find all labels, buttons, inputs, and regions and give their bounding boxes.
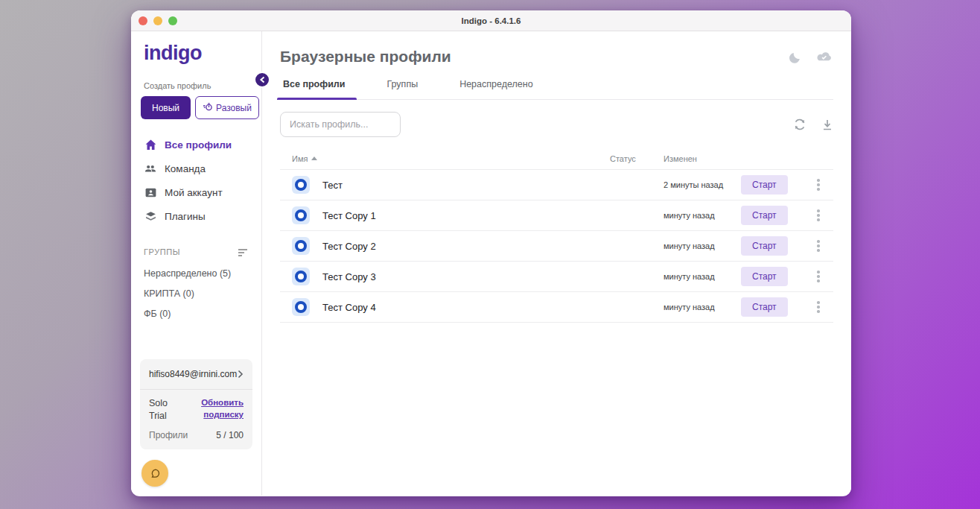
sidebar-nav: Все профили Команда Мой аккаунт xyxy=(131,133,261,228)
nav-label: Команда xyxy=(165,163,206,174)
start-profile-button[interactable]: Старт xyxy=(741,206,788,225)
profile-name: Тест Copy 4 xyxy=(322,302,610,313)
tab-bar: Все профили Группы Нераспределено xyxy=(280,79,833,100)
new-profile-button[interactable]: Новый xyxy=(141,96,191,119)
tab-unassigned[interactable]: Нераспределено xyxy=(456,79,535,99)
search-input[interactable] xyxy=(280,112,401,137)
profile-modified: минуту назад xyxy=(664,211,741,220)
window-title: Indigo - 6.4.1.6 xyxy=(462,16,521,25)
profile-modified: 2 минуты назад xyxy=(664,180,741,189)
nav-label: Мой аккаунт xyxy=(165,187,223,198)
nav-label: Плагины xyxy=(165,211,206,222)
row-menu-button[interactable] xyxy=(809,298,827,316)
profile-icon xyxy=(292,298,310,316)
home-icon xyxy=(144,138,157,151)
cloud-sync-icon[interactable] xyxy=(815,50,833,64)
profile-name: Тест Copy 1 xyxy=(322,210,610,221)
profile-modified: минуту назад xyxy=(664,303,741,312)
plugins-icon xyxy=(144,209,157,223)
row-menu-button[interactable] xyxy=(809,206,827,224)
sort-asc-icon xyxy=(311,157,317,160)
row-menu-button[interactable] xyxy=(809,268,827,285)
zoom-window-button[interactable] xyxy=(168,16,177,25)
team-icon xyxy=(144,162,157,175)
support-chat-button[interactable] xyxy=(141,460,168,487)
column-header-status[interactable]: Статус xyxy=(610,154,664,163)
close-window-button[interactable] xyxy=(139,16,147,25)
column-header-name[interactable]: Имя xyxy=(292,154,610,163)
indigo-logo: indigo xyxy=(144,42,261,65)
group-item-fb[interactable]: ФБ (0) xyxy=(131,304,261,324)
tab-groups[interactable]: Группы xyxy=(384,79,421,99)
page-title: Браузерные профили xyxy=(280,48,451,66)
account-email-row[interactable]: hifiso8449@irnini.com xyxy=(140,359,252,390)
minimize-window-button[interactable] xyxy=(153,16,162,25)
start-profile-button[interactable]: Старт xyxy=(741,297,788,317)
table-row[interactable]: Тест 2 минуты назад Старт xyxy=(280,170,833,200)
table-row[interactable]: Тест Copy 3 минуту назад Старт xyxy=(280,262,833,292)
sidebar-item-team[interactable]: Команда xyxy=(131,157,261,180)
traffic-lights xyxy=(139,16,177,25)
row-menu-button[interactable] xyxy=(809,237,827,255)
chevron-left-icon xyxy=(259,76,266,83)
profile-icon xyxy=(292,237,310,255)
table-header-row: Имя Статус Изменен xyxy=(280,148,833,170)
plan-name: Solo Trial xyxy=(149,397,168,423)
chevron-right-icon xyxy=(238,370,244,379)
sidebar-item-my-account[interactable]: Мой аккаунт xyxy=(131,180,261,204)
refresh-icon[interactable] xyxy=(793,118,806,131)
groups-header: ГРУППЫ xyxy=(144,247,180,256)
column-header-modified[interactable]: Изменен xyxy=(664,154,741,163)
main-content: Браузерные профили Все профили Группы Не… xyxy=(262,31,851,496)
table-row[interactable]: Тест Copy 2 минуту назад Старт xyxy=(280,231,833,262)
table-body: Тест 2 минуты назад Старт Тест Copy 1 ми… xyxy=(280,170,833,323)
profiles-quota-value: 5 / 100 xyxy=(216,430,244,440)
create-profile-label: Создать профиль xyxy=(144,81,261,90)
profile-modified: минуту назад xyxy=(664,241,741,250)
nav-label: Все профили xyxy=(165,139,232,151)
start-profile-button[interactable]: Старт xyxy=(741,267,788,286)
profile-name: Тест xyxy=(322,180,610,191)
stopwatch-icon xyxy=(203,101,213,114)
start-profile-button[interactable]: Старт xyxy=(741,175,788,195)
app-window: Indigo - 6.4.1.6 indigo Создать профиль … xyxy=(131,10,851,496)
download-icon[interactable] xyxy=(821,118,833,131)
window-titlebar[interactable]: Indigo - 6.4.1.6 xyxy=(131,10,851,31)
chat-bubble-icon xyxy=(149,467,162,480)
account-icon xyxy=(144,186,157,199)
sort-icon[interactable] xyxy=(237,247,249,256)
account-card: hifiso8449@irnini.com Solo Trial Обновит… xyxy=(140,359,252,449)
profile-icon xyxy=(292,176,310,194)
quick-profile-button[interactable]: Разовый xyxy=(195,96,259,119)
profile-name: Тест Copy 3 xyxy=(322,271,610,282)
quick-profile-label: Разовый xyxy=(216,103,252,113)
profile-icon xyxy=(292,268,310,285)
upgrade-subscription-link[interactable]: Обновить подписку xyxy=(201,397,244,423)
table-row[interactable]: Тест Copy 1 минуту назад Старт xyxy=(280,200,833,231)
profiles-quota-label: Профили xyxy=(149,430,188,440)
profile-modified: минуту назад xyxy=(664,272,741,281)
tab-all-profiles[interactable]: Все профили xyxy=(280,79,348,99)
sidebar-item-plugins[interactable]: Плагины xyxy=(131,204,261,228)
group-list: Нераспределено (5) КРИПТА (0) ФБ (0) xyxy=(131,264,261,324)
row-menu-button[interactable] xyxy=(809,176,827,194)
desktop-background: Indigo - 6.4.1.6 indigo Создать профиль … xyxy=(0,0,980,509)
profile-name: Тест Copy 2 xyxy=(322,241,610,252)
sidebar-collapse-button[interactable] xyxy=(254,72,270,88)
profiles-table: Имя Статус Изменен Тест 2 минуты назад xyxy=(280,148,833,323)
sidebar-item-all-profiles[interactable]: Все профили xyxy=(131,133,261,157)
group-item-crypto[interactable]: КРИПТА (0) xyxy=(131,284,261,304)
account-email: hifiso8449@irnini.com xyxy=(149,369,237,379)
profile-icon xyxy=(292,206,310,224)
group-item-unassigned[interactable]: Нераспределено (5) xyxy=(131,264,261,284)
sidebar: indigo Создать профиль Новый Разовый xyxy=(131,31,262,496)
moon-icon[interactable] xyxy=(789,50,803,64)
table-row[interactable]: Тест Copy 4 минуту назад Старт xyxy=(280,292,833,323)
start-profile-button[interactable]: Старт xyxy=(741,236,788,256)
